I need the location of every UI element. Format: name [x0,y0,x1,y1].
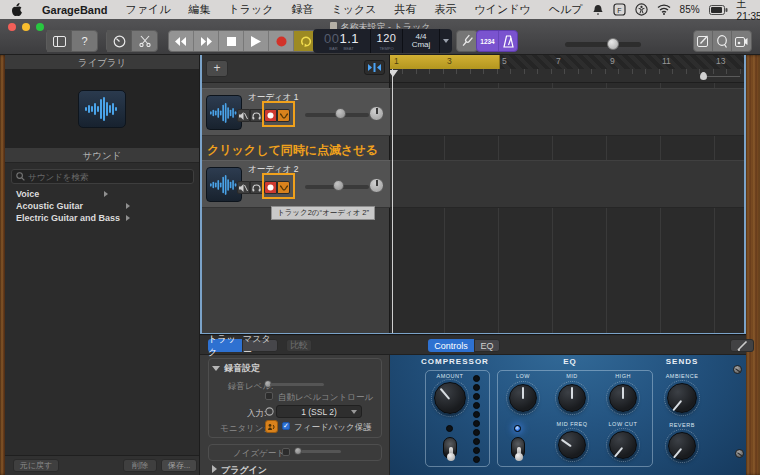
track1-volume-knob[interactable] [335,108,346,119]
delete-button[interactable]: 削除 [123,459,157,472]
catch-playhead-button[interactable] [364,60,385,75]
horizontal-zoom-slider[interactable] [700,72,740,80]
eq-mid-knob[interactable] [558,384,586,412]
plugins-disclosure[interactable]: プラグイン [212,464,267,475]
accessibility-icon[interactable] [635,3,648,16]
menu-record[interactable]: 録音 [282,2,322,17]
editors-scissors-button[interactable] [132,30,157,52]
tab-master[interactable]: マスター [242,339,278,352]
sends-reverb-knob[interactable] [668,432,696,460]
track1-mute-button[interactable] [237,109,250,122]
eq-mid-freq-knob[interactable] [558,431,586,459]
menu-share[interactable]: 共有 [386,2,426,17]
recording-level-slider[interactable] [270,383,324,386]
function-key-icon[interactable]: F [613,3,626,16]
track1-pan-knob[interactable] [369,106,384,121]
menu-help[interactable]: ヘルプ [540,2,592,17]
track-header-audio1[interactable]: オーディオ 1 [202,88,390,136]
track2-volume-knob[interactable] [333,180,344,191]
lcd-position[interactable]: 001.1 BARBEAT [313,29,371,53]
edit-smart-controls-button[interactable] [730,339,754,352]
stop-button[interactable] [219,31,244,51]
tab-track[interactable]: トラック [208,339,242,352]
disclosure-arrow-icon[interactable] [104,191,108,197]
lcd-tempo[interactable]: 120 TEMPO [371,29,403,53]
track1-lane[interactable] [390,88,744,136]
search-input[interactable] [28,172,189,182]
revert-button[interactable]: 元に戻す [13,459,59,472]
cycle-region[interactable] [390,55,500,69]
play-button[interactable] [244,31,269,51]
forward-button[interactable] [194,31,219,51]
lcd-display[interactable]: 001.1 BARBEAT 120 TEMPO 4/4 Cmaj [313,29,452,53]
menu-garageband[interactable]: GarageBand [33,4,116,16]
master-volume-slider[interactable] [565,42,641,47]
recording-settings-disclosure[interactable]: 録音設定 [212,362,260,375]
master-volume-knob[interactable] [607,38,619,50]
reverb-label: REVERB [660,422,704,428]
menu-bar-clock[interactable]: 土 21:35 [737,0,760,22]
annotation-highlight-track1 [262,101,295,127]
notification-bell-icon[interactable] [592,4,604,16]
compare-button[interactable]: 比較 [286,339,312,352]
auto-level-checkbox[interactable] [265,392,273,400]
ruler[interactable]: 1 3 5 7 9 11 13 [390,55,744,69]
loop-browser-button[interactable] [713,31,732,51]
eq-high-knob[interactable] [609,384,637,412]
wifi-icon[interactable] [657,4,671,15]
sound-search-field[interactable] [11,169,194,184]
arrange-area[interactable]: 1 3 5 7 9 11 13 [390,55,744,333]
input-format-icon[interactable] [265,407,274,416]
quick-help-button[interactable]: ? [72,30,97,52]
eq-low-cut-knob[interactable] [609,431,637,459]
feedback-protection-checkbox[interactable]: ✓ [282,422,290,430]
menu-mix[interactable]: ミックス [322,2,385,17]
count-in-button[interactable]: 1234 [477,31,499,51]
compressor-title: COMPRESSOR [405,357,505,366]
battery-icon[interactable] [709,5,728,15]
input-source-dropdown[interactable]: 1 (SSL 2) [276,405,362,418]
record-button[interactable] [269,31,294,51]
disclosure-closed-icon [212,465,217,473]
noise-gate-slider[interactable] [301,450,341,453]
zoom-slider-knob[interactable] [700,72,707,80]
playhead-marker[interactable] [390,70,398,77]
menu-track[interactable]: トラック [219,2,282,17]
disclosure-arrow-icon[interactable] [126,203,130,209]
lcd-options-chevron-icon[interactable] [440,29,452,53]
metronome-button[interactable] [499,31,517,51]
library-toggle-button[interactable] [47,30,72,52]
tab-eq[interactable]: EQ [474,339,500,352]
track2-pan-knob[interactable] [369,178,384,193]
track-header-audio2[interactable]: オーディオ 2 [202,160,390,208]
track2-mute-button[interactable] [237,181,250,194]
noise-gate-checkbox[interactable] [282,448,290,456]
sound-list-item-voice[interactable]: Voice [5,188,200,199]
ruler-ticks[interactable] [390,69,744,83]
add-track-button[interactable]: + [206,60,228,77]
save-button[interactable]: 保存... [161,459,197,472]
menu-file[interactable]: ファイル [116,2,179,17]
eq-switch[interactable] [511,437,525,459]
menu-view[interactable]: 表示 [426,2,466,17]
smart-controls-button[interactable] [107,30,132,52]
compressor-switch[interactable] [443,437,457,459]
ruler-number: 9 [610,56,615,66]
monitoring-toggle-button[interactable] [265,420,278,433]
notepad-button[interactable] [694,31,713,51]
menu-window[interactable]: ウインドウ [466,2,540,17]
menu-edit[interactable]: 編集 [179,2,219,17]
sound-list-item-electric-guitar-bass[interactable]: Electric Guitar and Bass [5,212,200,223]
apple-menu-icon[interactable] [12,3,23,16]
sound-list-item-acoustic-guitar[interactable]: Acoustic Guitar [5,200,200,211]
media-browser-button[interactable] [732,31,751,51]
compressor-amount-knob[interactable] [434,382,466,414]
lcd-key-signature[interactable]: 4/4 Cmaj [403,29,440,53]
disclosure-arrow-icon[interactable] [126,215,130,221]
sends-ambience-knob[interactable] [667,383,697,413]
rewind-button[interactable] [169,31,194,51]
tab-controls[interactable]: Controls [428,339,474,352]
track2-lane[interactable] [390,160,744,208]
eq-low-knob[interactable] [509,384,537,412]
tuner-button[interactable] [456,30,478,52]
